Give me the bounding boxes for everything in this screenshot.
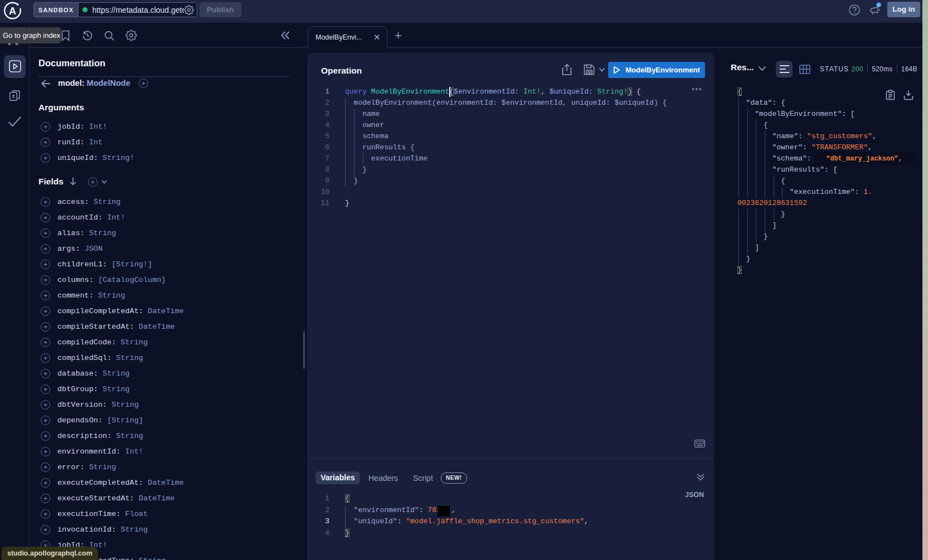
svg-text:A: A bbox=[9, 6, 16, 17]
